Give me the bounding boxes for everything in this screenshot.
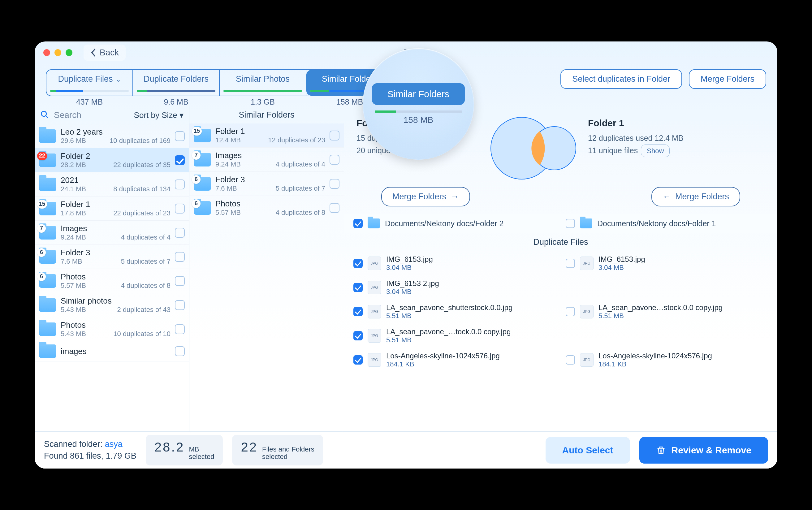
tab-duplicate-files[interactable]: Duplicate Files⌄437 MB <box>47 70 133 96</box>
similar-folders-header: Similar Folders <box>190 107 344 123</box>
magnified-progress-bar <box>375 111 462 113</box>
folder-icon <box>39 130 56 143</box>
file-checkbox[interactable] <box>566 307 575 316</box>
merge-left-button[interactable]: Merge Folders→ <box>381 187 470 206</box>
tab-size-label: 1.3 GB <box>220 97 306 107</box>
tab-progress-bar <box>137 90 215 92</box>
duplicate-count: 4 duplicates of 8 <box>121 282 171 290</box>
folder-row[interactable]: Photos5.43 MB10 duplicates of 10 <box>35 317 189 341</box>
found-summary: Found 861 files, 1.79 GB <box>44 450 137 462</box>
row-checkbox[interactable] <box>329 179 340 189</box>
folder-size: 5.43 MB <box>61 306 86 314</box>
file-name: Los-Angeles-skyline-1024x576.jpg <box>599 351 712 360</box>
folder-row[interactable]: 6Photos5.57 MB4 duplicates of 8 <box>190 196 344 220</box>
file-checkbox[interactable] <box>353 331 363 340</box>
footer: Scanned folder: asya Found 861 files, 1.… <box>35 431 777 469</box>
count-badge: 22 <box>37 152 47 160</box>
merge-right-button[interactable]: ←Merge Folders <box>651 187 740 206</box>
folder-row[interactable]: 7Images9.24 MB4 duplicates of 4 <box>190 148 344 172</box>
folder-row[interactable]: 6Photos5.57 MB4 duplicates of 8 <box>35 269 189 293</box>
maximize-window-button[interactable] <box>66 49 72 56</box>
show-right-button[interactable]: Show <box>641 144 670 157</box>
duplicate-files-list[interactable]: JPG IMG_6153.jpg3.04 MB JPG IMG_6153.jpg… <box>344 251 777 431</box>
count-badge: 7 <box>37 224 46 233</box>
tab-similar-photos[interactable]: Similar Photos1.3 GB <box>220 70 307 96</box>
row-checkbox[interactable] <box>329 203 340 213</box>
row-checkbox[interactable] <box>329 131 340 141</box>
folder-size: 17.8 MB <box>61 209 86 217</box>
middle-folder-list[interactable]: 15Folder 112.4 MB12 duplicates of 237Ima… <box>190 123 344 431</box>
file-checkbox[interactable] <box>353 283 363 292</box>
duplicate-count: 10 duplicates of 169 <box>110 137 171 145</box>
file-name: LA_sean_pavone_shutterstock.0.0.jpg <box>386 303 513 312</box>
row-checkbox[interactable] <box>175 131 185 141</box>
venn-right-title: Folder 1 <box>588 116 705 131</box>
folder-row[interactable]: Leo 2 years29.6 MB10 duplicates of 169 <box>35 124 189 148</box>
path-left-checkbox[interactable] <box>353 219 363 228</box>
file-checkbox[interactable] <box>353 259 363 268</box>
path-left-text: Documents/Nektony docs/Folder 2 <box>385 219 504 228</box>
duplicate-count: 12 duplicates of 23 <box>268 136 325 144</box>
scanned-folder-link[interactable]: asya <box>105 440 122 449</box>
folder-name: Photos <box>61 272 171 282</box>
file-checkbox[interactable] <box>353 307 363 316</box>
chevron-left-icon <box>90 48 96 57</box>
row-checkbox[interactable] <box>175 179 185 189</box>
arrow-left-icon: ← <box>663 192 671 201</box>
sort-dropdown[interactable]: Sort by Size ▾ <box>134 111 183 120</box>
file-thumbnail-icon: JPG <box>368 353 381 367</box>
duplicate-count: 4 duplicates of 8 <box>276 208 325 217</box>
search-sort-row: Search Sort by Size ▾ <box>35 107 189 124</box>
row-checkbox[interactable] <box>175 204 185 214</box>
back-button[interactable]: Back <box>84 45 126 61</box>
folder-row[interactable]: 202124.1 MB8 duplicates of 134 <box>35 172 189 197</box>
row-checkbox[interactable] <box>175 300 185 310</box>
row-checkbox[interactable] <box>175 228 185 238</box>
folder-size: 5.43 MB <box>61 330 86 338</box>
magnified-tab: Similar Folders <box>372 83 465 105</box>
merge-folders-button[interactable]: Merge Folders <box>689 69 766 89</box>
folder-row[interactable]: 15Folder 117.8 MB22 duplicates of 23 <box>35 197 189 221</box>
file-thumbnail-icon: JPG <box>580 353 593 367</box>
row-checkbox[interactable] <box>175 276 185 286</box>
folder-name: Folder 1 <box>215 126 325 136</box>
folder-name: images <box>61 347 171 356</box>
left-folder-list[interactable]: Leo 2 years29.6 MB10 duplicates of 16922… <box>35 124 189 429</box>
row-checkbox[interactable] <box>175 346 185 356</box>
row-checkbox[interactable] <box>175 324 185 334</box>
folder-name: Photos <box>61 320 171 330</box>
select-duplicates-button[interactable]: Select duplicates in Folder <box>560 69 682 89</box>
minimize-window-button[interactable] <box>55 49 61 56</box>
folder-icon: 15 <box>39 202 56 216</box>
folder-size: 7.6 MB <box>61 257 82 265</box>
row-checkbox[interactable] <box>329 155 340 165</box>
folder-size: 9.24 MB <box>215 160 241 168</box>
file-thumbnail-icon: JPG <box>368 305 381 318</box>
row-checkbox[interactable] <box>175 252 185 262</box>
file-name: IMG_6153.jpg <box>599 255 645 264</box>
file-checkbox[interactable] <box>566 259 575 268</box>
row-checkbox[interactable] <box>175 155 185 165</box>
review-remove-button[interactable]: Review & Remove <box>639 437 768 463</box>
folder-row[interactable]: 6Folder 37.6 MB5 duplicates of 7 <box>35 245 189 269</box>
dup-file-cell: JPG Los-Angeles-skyline-1024x576.jpg184.… <box>566 349 768 371</box>
folder-name: Leo 2 years <box>61 127 171 137</box>
auto-select-button[interactable]: Auto Select <box>546 437 630 463</box>
file-checkbox[interactable] <box>353 355 363 365</box>
venn-right-line1: 12 duplicates used 12.4 MB <box>588 132 705 144</box>
path-right-checkbox[interactable] <box>566 219 575 228</box>
close-window-button[interactable] <box>43 49 50 56</box>
file-checkbox[interactable] <box>566 355 575 365</box>
search-input[interactable]: Search <box>54 110 129 120</box>
tab-size-label: 9.6 MB <box>133 97 219 107</box>
folder-row[interactable]: 15Folder 112.4 MB12 duplicates of 23 <box>190 123 344 148</box>
folder-name: Images <box>61 224 171 233</box>
dup-file-cell: JPG IMG_6153 2.jpg3.04 MB <box>353 277 556 298</box>
folder-row[interactable]: 7Images9.24 MB4 duplicates of 4 <box>35 221 189 245</box>
folder-row[interactable]: 6Folder 37.6 MB5 duplicates of 7 <box>190 172 344 196</box>
folder-row[interactable]: images <box>35 341 189 362</box>
folder-row[interactable]: Similar photos5.43 MB2 duplicates of 43 <box>35 293 189 317</box>
folder-row[interactable]: 22Folder 228.2 MB22 duplicates of 35 <box>35 148 189 172</box>
count-badge: 6 <box>192 175 201 184</box>
tab-duplicate-folders[interactable]: Duplicate Folders9.6 MB <box>133 70 220 96</box>
